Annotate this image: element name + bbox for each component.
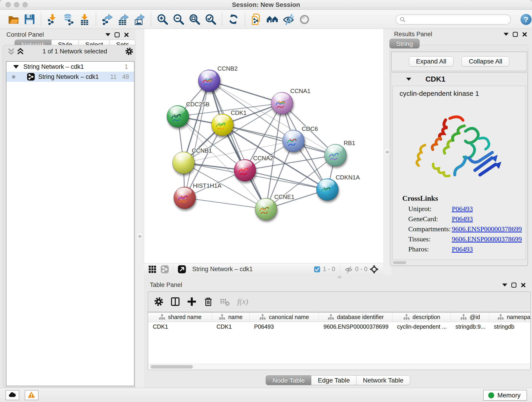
collapse-all-icon[interactable] [7,47,16,56]
table-cell[interactable]: P06493 [249,322,319,331]
table-cell[interactable]: stringdb:9... [451,322,489,331]
selected-checkbox-icon[interactable] [314,266,321,273]
network-collection-row[interactable]: String Network – cdk1 1 [6,62,134,72]
expand-all-button[interactable]: Expand All [409,56,453,66]
apply-layout-icon[interactable] [227,13,240,26]
network-node-cdkn1a[interactable]: CDKN1A [317,174,360,201]
float-panel-icon[interactable] [511,283,516,288]
memory-button[interactable]: Memory [483,390,527,401]
horizontal-splitter[interactable] [144,275,532,279]
network-edge[interactable] [245,170,327,190]
column-header-canonical-name[interactable]: canonical name [249,313,319,322]
network-edge[interactable] [185,198,266,209]
birdseye-view-icon[interactable] [148,265,157,274]
tab-string[interactable]: String [389,39,419,48]
cloud-status-button[interactable] [6,390,19,400]
column-header-database-identifier[interactable]: database identifier [319,313,393,322]
close-panel-icon[interactable] [522,32,527,37]
panel-menu-icon[interactable] [105,33,110,36]
help-button[interactable]: ? [520,14,532,25]
table-cell[interactable]: CDK1 [212,322,249,331]
zoom-selected-icon[interactable] [204,13,217,26]
delete-column-icon[interactable] [203,296,214,307]
network-row[interactable]: String Network – cdk1 11 48 [6,72,134,82]
import-network-icon[interactable] [46,13,59,26]
column-header-name[interactable]: name [212,313,249,322]
table-cell[interactable]: cyclin-dependent ... [393,322,451,331]
network-from-selection-icon[interactable] [250,13,263,26]
network-edge[interactable] [185,81,209,198]
save-session-icon[interactable] [23,13,36,26]
panel-menu-icon[interactable] [502,283,507,287]
network-options-gear-icon[interactable] [125,47,134,56]
function-builder-icon[interactable]: f(x) [236,296,254,307]
maximize-window-button[interactable] [22,2,28,7]
export-table-icon[interactable] [117,13,130,26]
network-edge[interactable] [222,125,336,155]
zoom-in-icon[interactable] [156,13,169,26]
close-panel-icon[interactable] [124,32,129,38]
table-horizontal-scrollbar[interactable] [148,364,530,370]
left-splitter-knob[interactable] [137,233,143,240]
collapse-all-button[interactable]: Collapse All [462,56,509,66]
table-row[interactable]: CDK1CDK1P064939606.ENSP00000378699cyclin… [148,322,530,331]
column-header-shared-name[interactable]: shared name [148,313,212,322]
zoom-fit-icon[interactable] [188,13,201,26]
close-window-button[interactable] [6,2,11,7]
close-panel-icon[interactable] [520,282,526,288]
table-cell[interactable]: stringdb [489,322,530,331]
tab-edge-table[interactable]: Edge Table [311,375,356,385]
crosslink-link[interactable]: 9606.ENSP00000378699 [452,225,522,233]
zoom-out-icon[interactable] [172,13,185,26]
hide-selected-icon[interactable] [282,13,295,26]
network-node-ccnb1[interactable]: CCNB1 [172,147,212,174]
float-panel-icon[interactable] [114,32,120,37]
crosslink-link[interactable]: P06493 [452,245,473,253]
table-options-gear-icon[interactable] [153,296,164,307]
tab-network-table[interactable]: Network Table [356,375,410,385]
show-all-icon[interactable] [298,13,311,26]
first-neighbors-icon[interactable] [266,13,279,26]
horizontal-splitter-knob[interactable] [337,276,342,279]
string-actions-icon[interactable] [160,265,169,274]
table-cell[interactable]: 9606.ENSP00000378699 [319,322,393,331]
network-node-cdk1[interactable]: CDK1 [211,109,247,136]
import-table-icon[interactable] [78,13,91,26]
column-header-namespace[interactable]: namespace [489,313,530,322]
network-edge[interactable] [209,81,266,209]
warnings-button[interactable] [25,390,38,400]
panel-menu-icon[interactable] [504,33,509,36]
search-input[interactable] [406,15,510,24]
minimize-window-button[interactable] [14,2,19,7]
table-cell[interactable]: CDK1 [148,322,212,331]
expand-all-icon[interactable] [16,47,25,56]
crosslink-link[interactable]: 9606.ENSP00000378699 [452,235,522,243]
tab-node-table[interactable]: Node Table [266,375,311,385]
crosslink-link[interactable]: P06493 [452,205,473,213]
collection-expander-icon[interactable] [13,65,19,69]
network-node-cdc25b[interactable]: CDC25B [167,101,210,128]
crosslink-link[interactable]: P06493 [452,215,473,223]
import-database-icon[interactable] [62,13,75,26]
network-node-hist1h1a[interactable]: HIST1H1A [174,182,222,209]
network-node-rb1[interactable]: RB1 [324,140,355,166]
add-column-icon[interactable] [186,296,197,307]
float-panel-icon[interactable] [513,32,518,37]
left-splitter[interactable] [136,29,144,388]
open-session-icon[interactable] [7,13,20,26]
network-node-cdc6[interactable]: CDC6 [283,125,318,152]
column-header-description[interactable]: description [393,313,451,322]
export-network-icon[interactable] [101,13,114,26]
hidden-eye-icon[interactable] [345,265,353,274]
navigator-crosshair-icon[interactable] [369,264,379,274]
entry-scrollbar-stub[interactable] [393,261,406,264]
show-columns-icon[interactable] [170,296,181,307]
collapse-entry-icon[interactable] [406,78,411,81]
scrollbar-thumb[interactable] [151,365,193,369]
node-details-header[interactable]: CDK1 [391,73,527,85]
column-header--id[interactable]: @id [451,313,489,322]
network-node-ccna1[interactable]: CCNA1 [271,88,310,114]
export-image-icon[interactable] [133,13,146,26]
network-edge[interactable] [209,81,282,103]
open-in-browser-icon[interactable] [177,265,186,274]
